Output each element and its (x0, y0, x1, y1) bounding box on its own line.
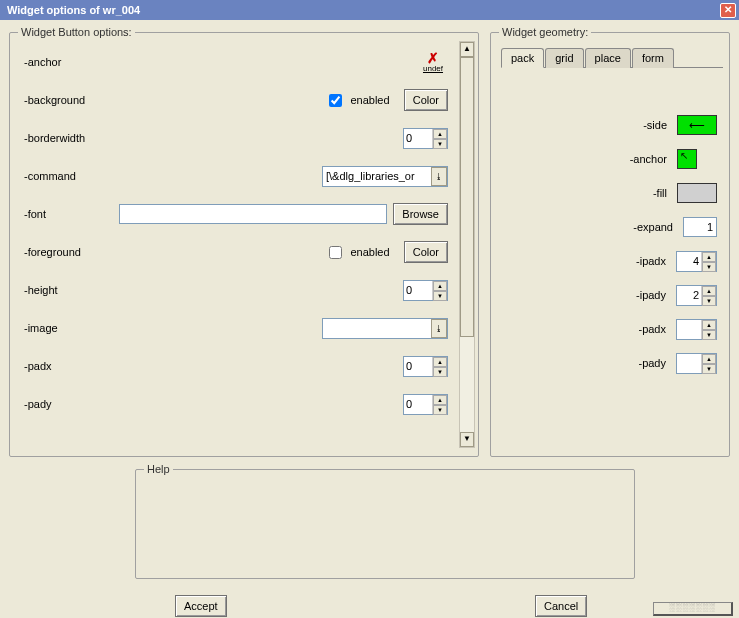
height-label: -height (24, 284, 119, 296)
geometry-tabs: pack grid place form (501, 47, 723, 68)
spin-up-icon[interactable]: ▲ (702, 286, 716, 296)
geom-ipadx-spinner[interactable]: ▲▼ (676, 251, 717, 272)
geom-padx-spinner[interactable]: ▲▼ (676, 319, 717, 340)
geom-ipady-input[interactable] (677, 286, 701, 305)
font-browse-button[interactable]: Browse (393, 203, 448, 225)
background-enabled-label: enabled (350, 94, 389, 106)
geom-ipady-label: -ipady (616, 289, 676, 301)
close-icon[interactable]: ✕ (720, 3, 736, 18)
tab-grid[interactable]: grid (545, 48, 583, 68)
titlebar: Widget options of wr_004 ✕ (0, 0, 739, 20)
foreground-enabled-label: enabled (350, 246, 389, 258)
borderwidth-input[interactable] (404, 129, 432, 148)
spin-down-icon[interactable]: ▼ (702, 262, 716, 272)
bottom-bar: Accept Cancel (0, 595, 739, 618)
spin-down-icon[interactable]: ▼ (433, 139, 447, 149)
padx-spinner[interactable]: ▲▼ (403, 356, 448, 377)
borderwidth-label: -borderwidth (24, 132, 119, 144)
font-input[interactable] (119, 204, 387, 224)
padx-label: -padx (24, 360, 119, 372)
geom-ipady-spinner[interactable]: ▲▼ (676, 285, 717, 306)
pady-label: -pady (24, 398, 119, 410)
background-enabled-checkbox[interactable] (329, 94, 342, 107)
tab-pack[interactable]: pack (501, 48, 544, 68)
spin-up-icon[interactable]: ▲ (433, 357, 447, 367)
image-input[interactable] (323, 319, 431, 338)
undef-text: undef (423, 64, 443, 73)
resize-grip[interactable]: ░░░░░░░ (653, 602, 733, 616)
anchor-label: -anchor (24, 56, 119, 68)
widget-geometry-group: Widget geometry: pack grid place form -s… (490, 32, 730, 457)
geom-fill-label: -fill (617, 187, 677, 199)
tab-place[interactable]: place (585, 48, 631, 68)
background-label: -background (24, 94, 119, 106)
font-label: -font (24, 208, 119, 220)
spin-down-icon[interactable]: ▼ (702, 330, 716, 340)
command-label: -command (24, 170, 119, 182)
help-group: Help (135, 469, 635, 579)
image-dropdown-icon[interactable]: ⭳ (431, 319, 447, 338)
command-combo[interactable]: ⭳ (322, 166, 448, 187)
spin-down-icon[interactable]: ▼ (433, 405, 447, 415)
widget-button-options-group: Widget Button options: -anchor ✗ undef -… (9, 32, 479, 457)
foreground-color-button[interactable]: Color (404, 241, 448, 263)
window-title: Widget options of wr_004 (3, 4, 140, 16)
geom-pady-input[interactable] (677, 354, 701, 373)
accept-button[interactable]: Accept (175, 595, 227, 617)
spin-up-icon[interactable]: ▲ (433, 395, 447, 405)
background-color-button[interactable]: Color (404, 89, 448, 111)
image-combo[interactable]: ⭳ (322, 318, 448, 339)
geom-padx-label: -padx (616, 323, 676, 335)
padx-input[interactable] (404, 357, 432, 376)
spin-up-icon[interactable]: ▲ (433, 281, 447, 291)
spin-up-icon[interactable]: ▲ (702, 354, 716, 364)
anchor-undef-button[interactable]: ✗ undef (418, 52, 448, 73)
cancel-button[interactable]: Cancel (535, 595, 587, 617)
geom-expand-label: -expand (623, 221, 683, 233)
help-legend: Help (144, 463, 173, 475)
undef-x-icon: ✗ (427, 52, 439, 64)
tab-form[interactable]: form (632, 48, 674, 68)
spin-down-icon[interactable]: ▼ (702, 296, 716, 306)
spin-down-icon[interactable]: ▼ (433, 291, 447, 301)
scroll-down-icon[interactable]: ▼ (460, 432, 474, 447)
image-label: -image (24, 322, 119, 334)
foreground-enabled-checkbox[interactable] (329, 246, 342, 259)
button-options-legend: Widget Button options: (18, 26, 135, 38)
geom-pady-spinner[interactable]: ▲▼ (676, 353, 717, 374)
spin-up-icon[interactable]: ▲ (702, 320, 716, 330)
geom-anchor-label: -anchor (617, 153, 677, 165)
spin-down-icon[interactable]: ▼ (433, 367, 447, 377)
geom-ipadx-label: -ipadx (616, 255, 676, 267)
geom-side-button[interactable] (677, 115, 717, 135)
scroll-thumb[interactable] (460, 57, 474, 337)
geom-side-label: -side (617, 119, 677, 131)
geom-ipadx-input[interactable] (677, 252, 701, 271)
spin-up-icon[interactable]: ▲ (702, 252, 716, 262)
geom-pady-label: -pady (616, 357, 676, 369)
pady-input[interactable] (404, 395, 432, 414)
command-input[interactable] (323, 167, 431, 186)
geom-expand-input[interactable] (683, 217, 717, 237)
geom-padx-input[interactable] (677, 320, 701, 339)
geom-fill-button[interactable] (677, 183, 717, 203)
height-spinner[interactable]: ▲▼ (403, 280, 448, 301)
spin-down-icon[interactable]: ▼ (702, 364, 716, 374)
height-input[interactable] (404, 281, 432, 300)
geometry-legend: Widget geometry: (499, 26, 591, 38)
options-scrollbar[interactable]: ▲ ▼ (459, 41, 475, 448)
window-body: Widget Button options: -anchor ✗ undef -… (0, 20, 739, 618)
pady-spinner[interactable]: ▲▼ (403, 394, 448, 415)
borderwidth-spinner[interactable]: ▲▼ (403, 128, 448, 149)
foreground-label: -foreground (24, 246, 119, 258)
command-dropdown-icon[interactable]: ⭳ (431, 167, 447, 186)
scroll-up-icon[interactable]: ▲ (460, 42, 474, 57)
geom-anchor-button[interactable] (677, 149, 697, 169)
spin-up-icon[interactable]: ▲ (433, 129, 447, 139)
